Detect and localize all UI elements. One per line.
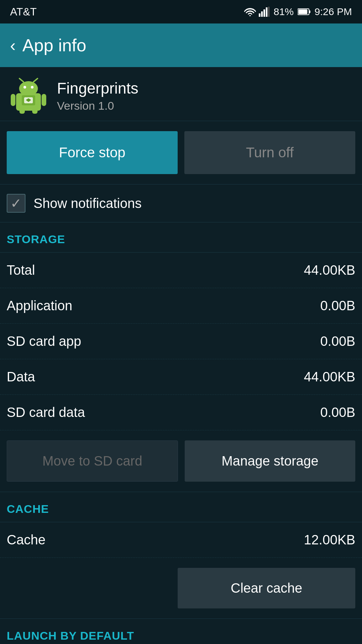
- storage-sdcard-data-value: 0.00B: [320, 405, 355, 420]
- svg-point-10: [23, 86, 26, 89]
- svg-rect-2: [263, 9, 265, 17]
- move-to-sd-button[interactable]: Move to SD card: [7, 440, 178, 482]
- storage-sdcard-app-value: 0.00B: [320, 334, 355, 349]
- cache-section-header: CACHE: [0, 492, 362, 522]
- battery-icon: [298, 8, 310, 15]
- cache-data-row: Cache 12.00KB: [0, 522, 362, 558]
- storage-data-row: Data 44.00KB: [0, 359, 362, 395]
- action-buttons-row: Force stop Turn off: [0, 121, 362, 184]
- storage-buttons-row: Move to SD card Manage storage: [0, 430, 362, 492]
- force-stop-button[interactable]: Force stop: [7, 131, 178, 174]
- svg-line-13: [34, 78, 38, 82]
- svg-rect-6: [309, 10, 310, 13]
- svg-rect-3: [266, 7, 267, 17]
- storage-data-label: Data: [7, 369, 35, 384]
- checkmark-icon: ✓: [10, 196, 22, 211]
- svg-rect-7: [298, 9, 307, 14]
- storage-data-value: 44.00KB: [304, 369, 355, 384]
- launch-default-title: LAUNCH BY DEFAULT: [7, 629, 134, 642]
- carrier-label: AT&T: [10, 6, 37, 18]
- storage-sdcard-data-row: SD card data 0.00B: [0, 395, 362, 430]
- status-bar: AT&T 81% 9:26 PM: [0, 0, 362, 23]
- storage-section-header: STORAGE: [0, 222, 362, 253]
- storage-total-row: Total 44.00KB: [0, 253, 362, 288]
- svg-rect-15: [42, 94, 46, 106]
- svg-rect-4: [268, 7, 269, 17]
- android-icon: [10, 77, 47, 114]
- notifications-row[interactable]: ✓ Show notifications: [0, 184, 362, 222]
- svg-rect-14: [11, 94, 15, 106]
- status-icons-group: 81% 9:26 PM: [244, 6, 352, 17]
- back-button[interactable]: ‹: [10, 36, 16, 55]
- svg-rect-16: [19, 109, 25, 114]
- storage-sdcard-app-label: SD card app: [7, 334, 81, 349]
- storage-application-label: Application: [7, 298, 72, 313]
- app-icon-wrapper: [10, 77, 47, 114]
- svg-rect-17: [32, 109, 38, 114]
- cache-title: CACHE: [7, 502, 49, 515]
- storage-title: STORAGE: [7, 233, 65, 246]
- storage-application-row: Application 0.00B: [0, 288, 362, 324]
- top-bar: ‹ App info: [0, 23, 362, 67]
- cache-buttons-row: Clear cache: [0, 558, 362, 619]
- cache-value: 12.00KB: [304, 532, 355, 547]
- svg-point-11: [31, 86, 34, 89]
- storage-application-value: 0.00B: [320, 298, 355, 313]
- notifications-label: Show notifications: [34, 196, 141, 211]
- signal-icon: [259, 7, 269, 17]
- launch-default-section-header: LAUNCH BY DEFAULT: [0, 619, 362, 644]
- storage-total-value: 44.00KB: [304, 263, 355, 278]
- svg-line-12: [19, 78, 23, 82]
- clear-cache-button[interactable]: Clear cache: [178, 568, 355, 608]
- cache-label: Cache: [7, 532, 46, 547]
- app-info-section: Fingerprints Version 1.0: [0, 67, 362, 121]
- page-title: App info: [22, 35, 86, 55]
- network-icons: [244, 7, 269, 17]
- turn-off-button[interactable]: Turn off: [184, 131, 355, 174]
- app-text-info: Fingerprints Version 1.0: [57, 79, 138, 112]
- storage-sdcard-app-row: SD card app 0.00B: [0, 324, 362, 359]
- app-version: Version 1.0: [57, 99, 138, 112]
- time-label: 9:26 PM: [314, 6, 352, 17]
- svg-rect-0: [259, 13, 260, 17]
- manage-storage-button[interactable]: Manage storage: [185, 440, 355, 482]
- battery-label: 81%: [274, 6, 294, 17]
- storage-sdcard-data-label: SD card data: [7, 405, 85, 420]
- show-notifications-checkbox[interactable]: ✓: [7, 194, 25, 213]
- storage-total-label: Total: [7, 263, 35, 278]
- svg-rect-1: [261, 11, 263, 17]
- wifi-icon: [244, 7, 256, 17]
- svg-point-9: [19, 81, 38, 96]
- clear-cache-placeholder: [7, 568, 171, 608]
- app-name: Fingerprints: [57, 79, 138, 97]
